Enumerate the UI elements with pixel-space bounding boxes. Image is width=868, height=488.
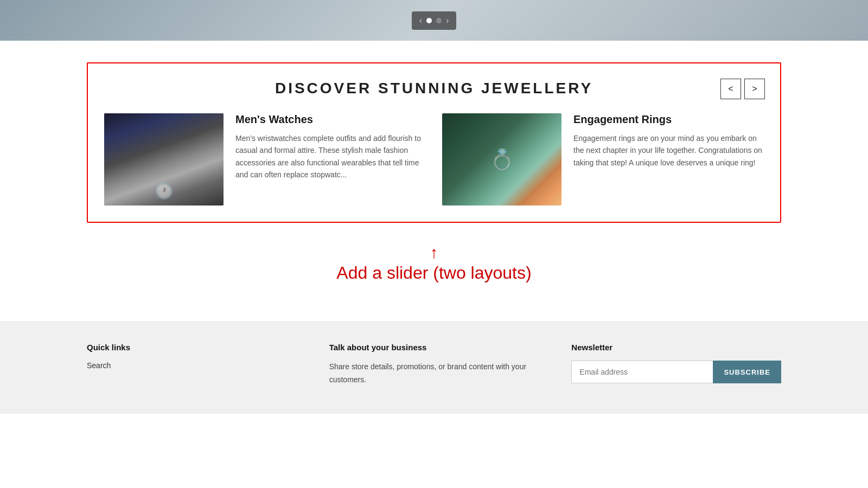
product-desc-rings: Engagement rings are on your mind as you… — [573, 132, 764, 169]
slider-dot-1[interactable] — [426, 18, 432, 23]
annotation-area: ↑ Add a slider (two layouts) — [87, 239, 781, 299]
slider-controls: ‹ › — [412, 11, 457, 30]
product-info-rings: Engagement Rings Engagement rings are on… — [573, 113, 764, 169]
jewellery-next-btn[interactable]: > — [744, 79, 765, 99]
product-name-rings: Engagement Rings — [573, 113, 764, 126]
product-image-watches — [104, 113, 224, 206]
product-info-watches: Men's Watches Men's wristwatches complet… — [235, 113, 426, 181]
slider-prev-btn[interactable]: ‹ — [419, 16, 422, 25]
product-desc-watches: Men's wristwatches complete outfits and … — [235, 132, 426, 181]
jewellery-title: DISCOVER STUNNING JEWELLERY — [104, 80, 764, 97]
footer-about-title: Talk about your business — [329, 343, 539, 352]
jewellery-prev-btn[interactable]: < — [720, 79, 741, 99]
footer: Quick links Search Talk about your busin… — [0, 321, 868, 414]
footer-quick-links-title: Quick links — [87, 343, 297, 352]
product-image-rings — [442, 113, 561, 206]
annotation-text: Add a slider (two layouts) — [336, 263, 531, 283]
annotation-arrow-icon: ↑ — [430, 245, 438, 261]
jewellery-section: DISCOVER STUNNING JEWELLERY < > Men's Wa… — [87, 62, 781, 223]
footer-link-search[interactable]: Search — [87, 361, 111, 370]
newsletter-form: SUBSCRIBE — [571, 361, 781, 383]
footer-about-body: Share store details, promotions, or bran… — [329, 361, 539, 387]
newsletter-email-input[interactable] — [571, 361, 713, 383]
jewellery-nav: < > — [720, 79, 765, 99]
products-row: Men's Watches Men's wristwatches complet… — [104, 113, 764, 206]
main-content: DISCOVER STUNNING JEWELLERY < > Men's Wa… — [0, 41, 868, 321]
hero-banner: ‹ › — [0, 0, 868, 41]
product-item-rings: Engagement Rings Engagement rings are on… — [442, 113, 764, 206]
slider-next-btn[interactable]: › — [446, 16, 449, 25]
subscribe-button[interactable]: SUBSCRIBE — [713, 361, 781, 383]
footer-newsletter-title: Newsletter — [571, 343, 781, 352]
product-item-watches: Men's Watches Men's wristwatches complet… — [104, 113, 426, 206]
footer-columns: Quick links Search Talk about your busin… — [87, 343, 781, 387]
footer-newsletter: Newsletter SUBSCRIBE — [571, 343, 781, 387]
product-name-watches: Men's Watches — [235, 113, 426, 126]
footer-about: Talk about your business Share store det… — [329, 343, 539, 387]
footer-quick-links: Quick links Search — [87, 343, 297, 387]
slider-dot-2[interactable] — [436, 18, 442, 23]
